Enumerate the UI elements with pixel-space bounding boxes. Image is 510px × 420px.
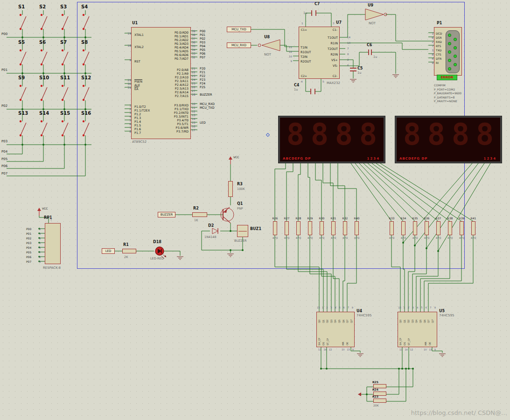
pin-number: 7 xyxy=(428,306,433,309)
resistor-body-icon xyxy=(331,221,335,235)
net-label: P06 xyxy=(26,255,37,259)
net-label: P22 xyxy=(200,74,230,78)
resistor-body-icon xyxy=(320,221,324,235)
pin-number: 2 xyxy=(406,306,411,309)
u1-ref: U1 xyxy=(132,21,138,25)
pin-number: 5 xyxy=(338,306,342,309)
u4-left-labels: SH_CPDSST_CP xyxy=(318,333,329,345)
switch-icon xyxy=(40,13,52,32)
resistor-r3[interactable] xyxy=(228,181,233,197)
keypad-switch[interactable]: S6 xyxy=(33,38,54,74)
u7-ref: U7 xyxy=(336,21,342,25)
keypad-switch[interactable]: S4 xyxy=(75,3,96,38)
shift-register-u4[interactable]: Q0Q1Q2Q3Q4Q5Q6Q7Q7' SH_CPDSST_CP MROE xyxy=(316,312,355,347)
resistor-value: 470 xyxy=(459,236,464,239)
segment-pin-labels: ABCDEFG DP xyxy=(399,157,427,161)
resistor[interactable]: R28 470 xyxy=(293,217,304,239)
resistor[interactable]: R33 470 xyxy=(386,217,398,239)
resistor[interactable]: R31 470 xyxy=(328,217,339,239)
max232-chip[interactable]: C1+ C1- C2+ C2- T1INR1OUTT2INR2OUT T1OUT… xyxy=(299,27,340,79)
p1-pins: 1DCD6DSR2RXD7RTS3TXD8CTS4DTR9RI xyxy=(436,31,445,65)
resistor-ref: R28 xyxy=(296,217,301,220)
resistor[interactable]: R36 470 xyxy=(421,217,433,239)
keypad-switch[interactable]: S1 xyxy=(12,3,33,38)
pin-number: 12 xyxy=(329,348,332,351)
pin-name: Q6 xyxy=(423,313,427,323)
seven-seg-display-2[interactable]: 8888 ABCDEFG DP 1234 xyxy=(395,116,502,163)
pin-row: 2RXD xyxy=(436,40,445,44)
pin-number: 6 xyxy=(342,306,346,309)
segment-resistors-left: R26 470 R27 470 R28 470 R29 470 R30 470 xyxy=(269,217,363,239)
pin-name: C2- xyxy=(333,74,337,77)
terminal-mcu-txd[interactable]: MCU_TXD xyxy=(227,27,251,32)
resistor[interactable]: R30 470 xyxy=(316,217,328,239)
keypad-switch[interactable]: S10 xyxy=(33,74,54,109)
d18-part: LED-RED xyxy=(150,257,164,260)
u4-bottom-pin-numbers-left: 111412 xyxy=(318,348,332,351)
pin-number: 8 xyxy=(347,51,350,57)
switch-icon xyxy=(61,119,73,138)
keypad-switch[interactable]: S12 xyxy=(75,74,96,109)
keypad-switch[interactable]: S9 xyxy=(12,74,33,109)
keypad-switch[interactable]: S3 xyxy=(54,3,75,38)
pin-number: 6 xyxy=(39,245,41,250)
resistor[interactable]: R26 470 xyxy=(269,217,281,239)
resistor-body-icon xyxy=(401,221,405,235)
resistor[interactable]: R37 470 xyxy=(433,217,444,239)
pin-name: SH_CP xyxy=(399,333,402,345)
keypad-switch[interactable]: S5 xyxy=(12,38,33,74)
keypad-switch[interactable]: S15 xyxy=(54,109,75,145)
keypad-switch[interactable]: S7 xyxy=(54,38,75,74)
net-label: P20 xyxy=(200,67,230,70)
resistor[interactable]: R29 470 xyxy=(304,217,316,239)
respack-rp1[interactable] xyxy=(45,223,61,264)
resistor-r1[interactable] xyxy=(122,249,136,253)
keypad-switch[interactable]: S2 xyxy=(33,3,54,38)
mcu-at89c52[interactable]: 19XTAL118XTAL29RST 29PSEN30ALE31EA 1P1.0… xyxy=(131,27,191,139)
keypad-switch[interactable]: S14 xyxy=(33,109,54,145)
terminal-led[interactable]: LED xyxy=(102,248,115,254)
pin-row: P3.6/WR16 xyxy=(133,125,190,128)
compim-serial-port[interactable]: 1DCD6DSR2RXD7RTS3TXD8CTS4DTR9RI xyxy=(434,27,462,76)
terminal-buzzer[interactable]: BUZZER xyxy=(158,212,175,217)
net-label: P00 xyxy=(26,227,37,231)
pin-number: 15 xyxy=(316,306,321,309)
pin-number: 28 xyxy=(192,93,199,97)
pin-name: T2OUT xyxy=(328,46,338,52)
resistor-body-icon xyxy=(471,221,475,235)
pin-row: P3.1/TXD11MCU_TXD xyxy=(133,106,190,110)
segment-resistors-right: R33 470 R34 470 R35 470 R36 470 R37 470 xyxy=(386,217,479,239)
keypad-switch[interactable]: S13 xyxy=(12,109,33,145)
resistor[interactable]: R40 470 xyxy=(351,217,363,239)
keypad-switch[interactable]: S16 xyxy=(75,109,96,145)
vcc-label: VCC xyxy=(233,155,239,159)
pin-name: Q1 xyxy=(322,313,326,323)
shift-register-u5[interactable]: Q0Q1Q2Q3Q4Q5Q6Q7Q7' SH_CPDSST_CP MROE xyxy=(398,312,437,347)
u1-right-pins-p2: P2.0/A821P20P2.1/A922P21P2.2/A1023P22P2.… xyxy=(133,67,190,97)
pin-name: Q7' xyxy=(431,313,435,323)
keypad-switch[interactable]: S8 xyxy=(75,38,96,74)
resistor[interactable]: R39 470 xyxy=(456,217,468,239)
pin-number: 13 xyxy=(192,113,199,117)
resistor[interactable]: R38 470 xyxy=(444,217,456,239)
resistor-value: 470 xyxy=(412,236,418,239)
pin-name: Q5 xyxy=(338,313,342,323)
resistor[interactable]: R34 470 xyxy=(398,217,409,239)
resistor[interactable]: R32 470 xyxy=(339,217,351,239)
resistor-r2[interactable] xyxy=(192,212,207,217)
buzzer-buz1[interactable] xyxy=(237,225,248,237)
digit-row: 8888 xyxy=(280,118,384,153)
pin-number: 15 xyxy=(192,121,199,125)
terminal-mcu-rxd[interactable]: MCU_RXD xyxy=(227,42,251,48)
pin-name: R1OUT xyxy=(300,50,311,55)
resistor[interactable]: R41 470 xyxy=(468,217,479,239)
resistor[interactable]: R35 470 xyxy=(409,217,421,239)
pin-row: P2.3/A1124P23 xyxy=(133,78,190,82)
pin-number: 5 xyxy=(419,306,424,309)
resistor-body-icon xyxy=(413,221,417,235)
d18-ref: D18 xyxy=(153,240,161,244)
keypad-switch[interactable]: S11 xyxy=(54,74,75,109)
switch-ref-label: S1 xyxy=(18,4,25,9)
seven-seg-display-1[interactable]: 8888 ABCDEFG DP 1234 xyxy=(278,116,385,163)
resistor[interactable]: R27 470 xyxy=(281,217,293,239)
